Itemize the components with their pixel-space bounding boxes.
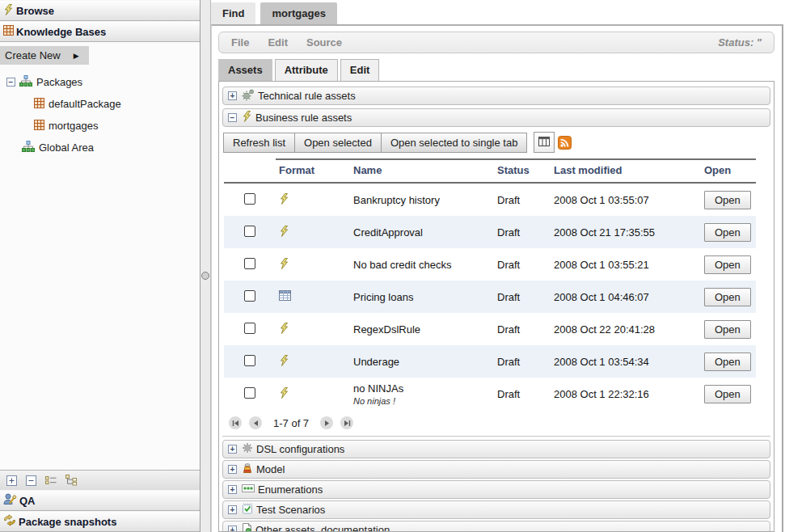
col-open: Open bbox=[701, 159, 756, 183]
open-selected-single-tab-button[interactable]: Open selected to single tab bbox=[381, 133, 528, 153]
first-page-button[interactable] bbox=[229, 416, 242, 429]
create-new-button[interactable]: Create New ▶ bbox=[0, 46, 89, 65]
section-other-assets-documentation[interactable]: + Other assets, documentation bbox=[222, 521, 770, 532]
row-checkbox[interactable] bbox=[244, 226, 255, 237]
qa-label: QA bbox=[19, 495, 36, 507]
tree-item-defaultpackage[interactable]: defaultPackage bbox=[0, 93, 200, 115]
rule-icon bbox=[242, 111, 252, 125]
asset-last-modified: 2008 Oct 21 17:35:55 bbox=[551, 216, 701, 248]
section-business-rule-assets[interactable]: − Business rule assets bbox=[222, 108, 770, 127]
sidebar-section-package-snapshots[interactable]: Package snapshots bbox=[0, 511, 200, 532]
open-asset-button[interactable]: Open bbox=[704, 353, 751, 371]
tree-item-mortgages[interactable]: mortgages bbox=[0, 115, 200, 137]
tab-assets[interactable]: Assets bbox=[218, 59, 272, 81]
row-checkbox[interactable] bbox=[244, 290, 255, 302]
open-asset-button[interactable]: Open bbox=[704, 288, 751, 306]
tree-item-packages[interactable]: − Packages bbox=[0, 71, 200, 93]
asset-last-modified: 2008 Oct 1 04:46:07 bbox=[551, 281, 701, 313]
open-asset-button[interactable]: Open bbox=[704, 191, 751, 209]
section-label: Test Scenarios bbox=[256, 504, 325, 516]
table-row[interactable]: Bankruptcy history Draft 2008 Oct 1 03:5… bbox=[224, 183, 756, 216]
sidebar-splitter[interactable] bbox=[200, 0, 211, 532]
last-page-button[interactable] bbox=[340, 416, 353, 429]
expand-expander-icon[interactable]: + bbox=[228, 485, 237, 494]
asset-status: Draft bbox=[494, 216, 551, 248]
row-checkbox[interactable] bbox=[244, 258, 255, 269]
table-row[interactable]: Underage Draft 2008 Oct 1 03:54:34 Open bbox=[224, 345, 756, 378]
open-asset-button[interactable]: Open bbox=[704, 385, 751, 403]
asset-table-header-row: Format Name Status Last modified Open bbox=[224, 159, 756, 183]
expand-all-icon[interactable] bbox=[6, 475, 17, 486]
sidebar-section-knowledge-bases[interactable]: Knowledge Bases bbox=[0, 21, 200, 42]
menu-edit[interactable]: Edit bbox=[268, 36, 288, 49]
tab-mortgages[interactable]: mortgages bbox=[260, 2, 336, 24]
open-selected-button[interactable]: Open selected bbox=[294, 133, 382, 153]
business-rule-assets-body: Refresh list Open selected Open selected… bbox=[222, 129, 770, 437]
collapse-expander-icon[interactable]: − bbox=[6, 78, 15, 87]
row-checkbox[interactable] bbox=[244, 355, 255, 366]
flat-list-icon[interactable] bbox=[45, 475, 57, 485]
tab-find[interactable]: Find bbox=[211, 2, 255, 24]
sidebar-tree-toolbar bbox=[0, 470, 200, 490]
splitter-collapse-handle[interactable] bbox=[201, 272, 209, 280]
main-area: Find mortgages File Edit Source Status: … bbox=[211, 0, 785, 532]
tree-item-global-area[interactable]: Global Area bbox=[0, 137, 200, 158]
section-model[interactable]: + Model bbox=[222, 460, 770, 479]
menu-source[interactable]: Source bbox=[306, 36, 342, 49]
col-last-modified: Last modified bbox=[551, 159, 701, 183]
rule-icon bbox=[279, 389, 289, 401]
rule-icon bbox=[279, 324, 289, 336]
table-row[interactable]: No bad credit checks Draft 2008 Oct 1 03… bbox=[224, 248, 756, 281]
row-checkbox[interactable] bbox=[244, 193, 255, 205]
document-icon bbox=[242, 523, 252, 532]
knowledge-bases-label: Knowledge Bases bbox=[16, 26, 106, 38]
section-label: DSL configurations bbox=[256, 443, 344, 455]
columns-picker-button[interactable] bbox=[534, 132, 555, 153]
section-dsl-configurations[interactable]: + DSL configurations bbox=[222, 440, 770, 458]
hierarchy-view-icon[interactable] bbox=[65, 475, 77, 486]
open-asset-button[interactable]: Open bbox=[704, 255, 751, 274]
collapse-all-icon[interactable] bbox=[26, 475, 36, 486]
snapshot-icon bbox=[3, 514, 16, 529]
previous-page-button[interactable] bbox=[249, 416, 262, 429]
table-row[interactable]: Pricing loans Draft 2008 Oct 1 04:46:07 … bbox=[224, 281, 756, 313]
table-row[interactable]: no NINJAs No ninjas ! Draft 2008 Oct 1 2… bbox=[224, 378, 756, 410]
table-row[interactable]: CreditApproval Draft 2008 Oct 21 17:35:5… bbox=[224, 216, 756, 248]
open-asset-button[interactable]: Open bbox=[704, 223, 751, 242]
section-test-scenarios[interactable]: + Test Scenarios bbox=[222, 500, 770, 519]
col-name: Name bbox=[350, 159, 494, 183]
row-checkbox[interactable] bbox=[244, 323, 255, 334]
tab-edit[interactable]: Edit bbox=[340, 59, 380, 81]
next-page-button[interactable] bbox=[320, 416, 333, 429]
rule-icon bbox=[279, 260, 289, 272]
assets-content: + Technical rule assets − Business rule … bbox=[218, 81, 774, 532]
package-label: mortgages bbox=[49, 120, 98, 132]
expand-expander-icon[interactable]: + bbox=[228, 91, 237, 100]
section-enumerations[interactable]: + Enumerations bbox=[222, 480, 770, 499]
status-indicator: Status: " bbox=[718, 36, 762, 49]
col-status: Status bbox=[494, 159, 551, 183]
expand-expander-icon[interactable]: + bbox=[228, 445, 237, 454]
refresh-list-button[interactable]: Refresh list bbox=[223, 133, 295, 153]
expand-expander-icon[interactable]: + bbox=[228, 505, 237, 514]
tab-attribute[interactable]: Attribute bbox=[275, 59, 338, 81]
sidebar-section-qa[interactable]: QA bbox=[0, 490, 200, 511]
feed-icon[interactable] bbox=[558, 136, 572, 150]
row-checkbox[interactable] bbox=[244, 387, 255, 399]
expand-expander-icon[interactable]: + bbox=[228, 526, 237, 532]
asset-name: Bankruptcy history bbox=[353, 194, 491, 206]
collapsed-sections: + DSL configurations + Model + Enumerati… bbox=[222, 438, 771, 532]
section-technical-rule-assets[interactable]: + Technical rule assets bbox=[222, 87, 770, 105]
table-row[interactable]: RegexDslRule Draft 2008 Oct 22 20:41:28 … bbox=[224, 313, 756, 345]
columns-picker-icon bbox=[538, 136, 551, 150]
asset-last-modified: 2008 Oct 1 03:55:21 bbox=[551, 248, 701, 281]
section-label: Technical rule assets bbox=[258, 90, 356, 102]
asset-name: No bad credit checks bbox=[353, 259, 491, 271]
open-asset-button[interactable]: Open bbox=[704, 320, 751, 339]
sidebar-section-browse[interactable]: Browse bbox=[0, 0, 200, 21]
menu-file[interactable]: File bbox=[231, 36, 249, 49]
collapse-expander-icon[interactable]: − bbox=[228, 113, 237, 122]
submenu-arrow-icon: ▶ bbox=[74, 52, 79, 60]
expand-expander-icon[interactable]: + bbox=[228, 465, 237, 474]
asset-name: RegexDslRule bbox=[353, 323, 491, 336]
